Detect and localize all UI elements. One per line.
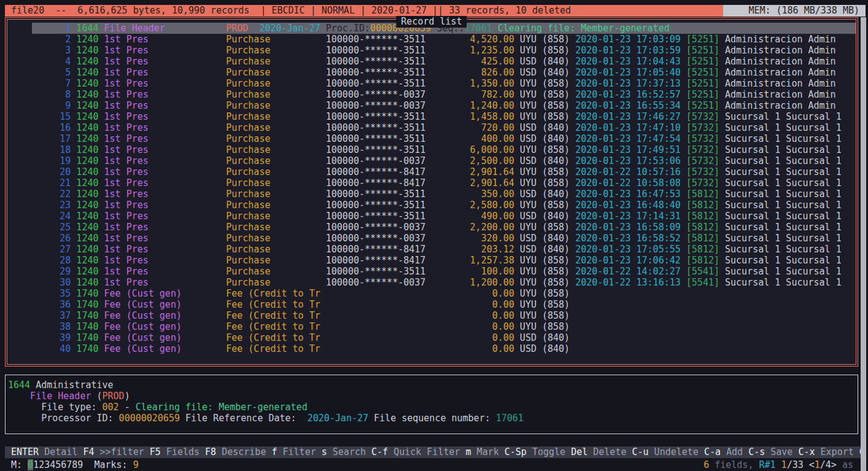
row-number: 38 (32, 321, 76, 332)
timestamp: 2020-01-23 17:05:40 (570, 67, 681, 78)
record-row-24[interactable]: 24 1240 1st Pres Purchase 100000-******-… (10, 211, 856, 222)
timestamp: 2020-01-23 17:47:54 (570, 133, 681, 144)
record-row-38[interactable]: 38 1740 Fee (Cust gen) Fee (Credit to Tr… (10, 321, 856, 332)
record-row-18[interactable]: 18 1240 1st Pres Purchase 100000-******-… (10, 144, 856, 155)
record-row-21[interactable]: 21 1240 1st Pres Purchase 100000-******-… (10, 177, 856, 189)
account-number: 100000-******-3511 (326, 266, 426, 277)
record-row-25[interactable]: 25 1240 1st Pres Purchase 100000-******-… (10, 222, 856, 233)
row-number: 35 (32, 288, 76, 299)
record-row-30[interactable]: 30 1240 1st Pres Purchase 100000-******-… (10, 277, 856, 288)
fn-key-f5[interactable]: F5 (150, 446, 161, 457)
timestamp: 2020-01-23 17:04:43 (570, 56, 681, 67)
record-row-15[interactable]: 15 1240 1st Pres Purchase 100000-******-… (10, 111, 856, 122)
amount: 2,901.64 (425, 166, 514, 177)
fn-key-c-f[interactable]: C-f (371, 446, 388, 457)
record-row-36[interactable]: 36 1740 Fee (Cust gen) Fee (Credit to Tr… (10, 299, 856, 310)
timestamp: 2020-01-23 17:06:42 (570, 255, 681, 266)
record-row-2[interactable]: 2 1240 1st Pres Purchase 100000-******-3… (10, 34, 856, 45)
record-row-26[interactable]: 26 1240 1st Pres Purchase 100000-******-… (10, 233, 856, 244)
fn-key-enter[interactable]: ENTER (11, 446, 39, 457)
fn-key-c-s[interactable]: C-s (748, 446, 765, 457)
record-row-37[interactable]: 37 1740 Fee (Cust gen) Fee (Credit to Tr… (10, 310, 856, 321)
fn-key-f8[interactable]: F8 (205, 446, 216, 457)
row-number: 22 (32, 189, 76, 200)
row-gutter (10, 34, 32, 45)
amount: 203.12 (425, 244, 514, 255)
fn-action-label: Search (327, 446, 371, 457)
record-type-label: Fee (Cust gen) (104, 332, 227, 343)
fn-key-c-a[interactable]: C-a (704, 446, 721, 457)
fn-key-m[interactable]: m (466, 446, 471, 457)
amount: 1,257.38 (425, 255, 514, 266)
record-row-29[interactable]: 29 1240 1st Pres Purchase 100000-******-… (10, 266, 856, 277)
record-row-9[interactable]: 9 1240 1st Pres Purchase 100000-******-0… (10, 100, 856, 111)
fn-key-s[interactable]: s (322, 446, 327, 457)
record-row-4[interactable]: 4 1240 1st Pres Purchase 100000-******-3… (10, 56, 856, 67)
record-type-label: 1st Pres (104, 34, 227, 45)
operator-name: Sucursal 1 Sucursal 1 (719, 166, 842, 177)
record-row-3[interactable]: 3 1240 1st Pres Purchase 100000-******-3… (10, 45, 856, 56)
branch-id (681, 288, 719, 299)
record-row-19[interactable]: 19 1240 1st Pres Purchase 100000-******-… (10, 155, 856, 166)
operator-name (719, 288, 725, 299)
record-type-code: 1240 (76, 166, 104, 177)
record-row-40[interactable]: 40 1740 Fee (Cust gen) Fee (Credit to Tr… (10, 343, 856, 354)
transaction-type: Purchase (226, 45, 326, 56)
fn-key-f4[interactable]: F4 (83, 446, 94, 457)
row-content: 25 1240 1st Pres Purchase 100000-******-… (32, 222, 856, 233)
record-row-8[interactable]: 8 1240 1st Pres Purchase 100000-******-0… (10, 89, 856, 100)
account-number: 100000-******-3511 (326, 133, 426, 144)
row-number: 16 (32, 122, 76, 133)
fn-key-c-sp[interactable]: C-Sp (505, 446, 527, 457)
timestamp: 2020-01-23 16:58:52 (570, 233, 681, 244)
currency: UYU (858) (514, 277, 570, 288)
row-gutter (10, 255, 32, 266)
record-row-27[interactable]: 27 1240 1st Pres Purchase 100000-******-… (10, 244, 856, 255)
record-row-23[interactable]: 23 1240 1st Pres Purchase 100000-******-… (10, 200, 856, 211)
record-type-label: 1st Pres (104, 177, 227, 189)
record-row-16[interactable]: 16 1240 1st Pres Purchase 100000-******-… (10, 122, 856, 133)
transaction-type: Fee (Credit to Tr (226, 332, 326, 343)
fn-action-label: Detail (39, 446, 83, 457)
detail-line-header: File Header (PROD) (30, 391, 858, 402)
record-row-28[interactable]: 28 1240 1st Pres Purchase 100000-******-… (10, 255, 856, 266)
record-row-20[interactable]: 20 1240 1st Pres Purchase 100000-******-… (10, 166, 856, 177)
currency: UYU (858) (514, 288, 570, 299)
amount: 320.00 (425, 233, 514, 244)
currency: UYU (858) (514, 78, 570, 89)
branch-id (681, 321, 719, 332)
row-number: 2 (32, 34, 76, 45)
account-number: 100000-******-8417 (326, 166, 426, 177)
record-row-7[interactable]: 7 1240 1st Pres Purchase 100000-******-3… (10, 78, 856, 89)
file-description: Clearing file: Member-generated (492, 23, 670, 34)
record-row-5[interactable]: 5 1240 1st Pres Purchase 100000-******-3… (10, 67, 856, 78)
record-type-code: 1240 (76, 56, 104, 67)
record-row-17[interactable]: 17 1240 1st Pres Purchase 100000-******-… (10, 133, 856, 144)
branch-id: [5732] (681, 122, 719, 133)
fn-key-c-x[interactable]: C-x (798, 446, 815, 457)
fn-key-del[interactable]: Del (571, 446, 587, 457)
transaction-type: Purchase (226, 144, 326, 155)
record-type-label: 1st Pres (104, 78, 227, 89)
scrollbar[interactable] (861, 17, 866, 471)
operator-name: Sucursal 1 Sucursal 1 (719, 222, 842, 233)
operator-name: Administracion Admin (719, 78, 836, 89)
fn-key-f[interactable]: f (271, 446, 277, 457)
record-row-22[interactable]: 22 1240 1st Pres Purchase 100000-******-… (10, 189, 856, 200)
record-type-code: 1240 (76, 277, 104, 288)
row-content: 35 1740 Fee (Cust gen) Fee (Credit to Tr… (32, 288, 856, 299)
branch-id: [5541] (681, 277, 719, 288)
record-type-label: 1st Pres (104, 166, 227, 177)
record-row-35[interactable]: 35 1740 Fee (Cust gen) Fee (Credit to Tr… (10, 288, 856, 299)
suffix-text: as (837, 459, 853, 470)
record-row-39[interactable]: 39 1740 Fee (Cust gen) Fee (Credit to Tr… (10, 332, 856, 343)
record-type-code: 1740 (76, 332, 104, 343)
detail-line-class: 1644 Administrative (8, 380, 858, 391)
account-number: 100000-******-0037 (326, 222, 426, 233)
transaction-type: Purchase (226, 155, 326, 166)
branch-id: [5812] (681, 244, 719, 255)
mark-cursor[interactable]: 0 (28, 459, 33, 470)
fn-key-c-u[interactable]: C-u (632, 446, 649, 457)
fn-action-label: Add (721, 446, 748, 457)
record-type-label: 1st Pres (104, 67, 227, 78)
